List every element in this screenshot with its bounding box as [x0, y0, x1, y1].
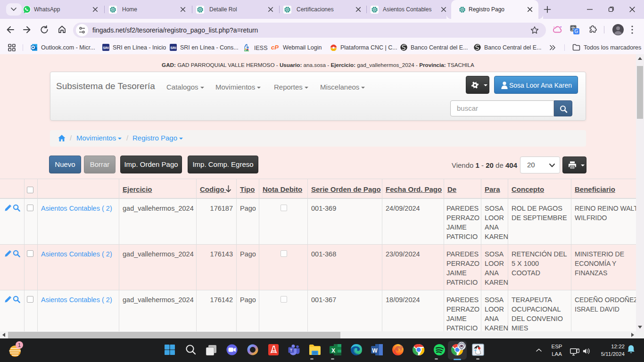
svg-text:SRI: SRI [170, 46, 176, 50]
svg-text:G: G [575, 29, 578, 34]
svg-text:T: T [290, 348, 293, 353]
svg-text:W: W [372, 347, 378, 354]
svg-text:X: X [331, 347, 335, 354]
svg-text:SRI: SRI [103, 46, 109, 50]
svg-text:cP: cP [271, 44, 279, 51]
